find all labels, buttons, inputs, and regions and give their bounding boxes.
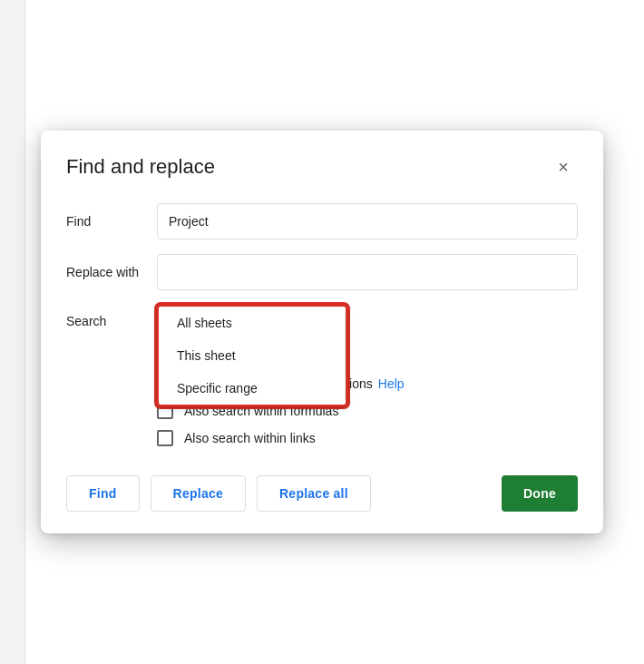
done-button[interactable]: Done (502, 475, 578, 512)
find-label: Find (66, 214, 157, 229)
search-dropdown[interactable]: All sheets This sheet Specific range (157, 305, 347, 406)
search-row: Search All sheets This sheet Specific ra… (66, 305, 578, 328)
replace-label: Replace with (66, 265, 157, 279)
dropdown-item-specific-range[interactable]: Specific range (159, 372, 346, 405)
find-input[interactable] (157, 203, 578, 239)
find-button[interactable]: Find (66, 475, 140, 512)
replace-button[interactable]: Replace (151, 475, 246, 512)
find-replace-dialog: Find and replace × Find Replace with Sea… (41, 131, 603, 533)
regex-help-link[interactable]: Help (378, 376, 405, 391)
find-row: Find (66, 203, 578, 239)
dropdown-item-all-sheets[interactable]: All sheets (159, 307, 346, 339)
links-label: Also search within links (184, 431, 316, 445)
dropdown-item-this-sheet[interactable]: This sheet (159, 339, 346, 372)
replace-input[interactable] (157, 254, 578, 290)
dialog-title: Find and replace (66, 155, 215, 179)
replace-row: Replace with (66, 254, 578, 290)
dialog-header: Find and replace × (66, 152, 578, 181)
replace-all-button[interactable]: Replace all (257, 475, 371, 512)
links-option-row: Also search within links (157, 430, 578, 446)
sheet-row-header (0, 0, 25, 664)
links-checkbox[interactable] (157, 430, 173, 446)
close-button[interactable]: × (549, 152, 578, 181)
dialog-footer: Find Replace Replace all Done (66, 468, 578, 512)
search-label: Search (66, 305, 157, 328)
